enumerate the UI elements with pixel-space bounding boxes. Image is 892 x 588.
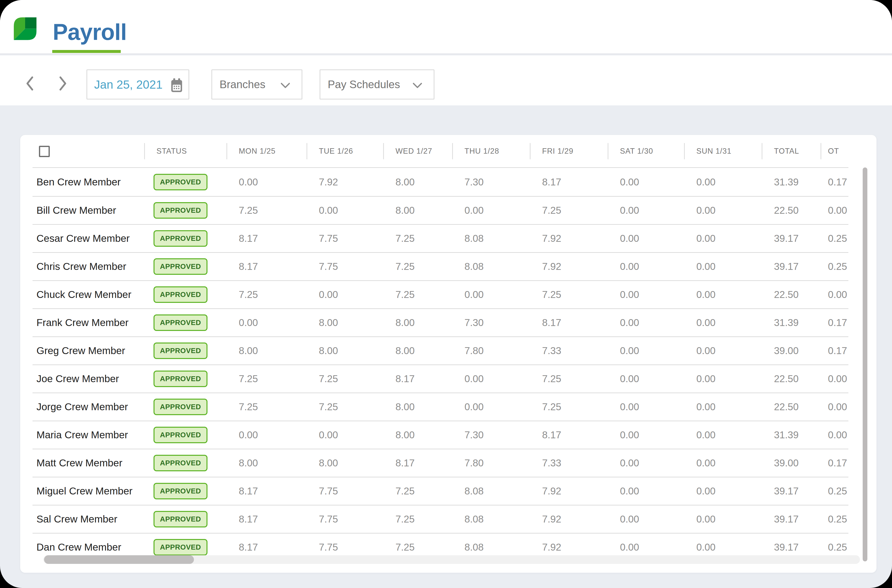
hours-cell: 0.00 bbox=[684, 317, 762, 328]
total-cell: 39.17 bbox=[762, 514, 821, 525]
branches-dropdown[interactable]: Branches bbox=[211, 69, 302, 99]
status-cell: APPROVED bbox=[144, 483, 226, 500]
ot-cell: 0.00 bbox=[821, 289, 848, 300]
hours-cell: 7.25 bbox=[383, 233, 452, 244]
hours-cell: 7.75 bbox=[307, 233, 383, 244]
table-row[interactable]: Chuck Crew MemberAPPROVED7.250.007.250.0… bbox=[33, 280, 848, 308]
column-header-sun-1-31[interactable]: SUN 1/31 bbox=[684, 135, 762, 167]
ot-cell: 0.17 bbox=[821, 317, 848, 328]
hours-cell: 8.17 bbox=[226, 542, 307, 553]
table-row[interactable]: Frank Crew MemberAPPROVED0.008.008.007.3… bbox=[33, 308, 848, 336]
hours-cell: 7.25 bbox=[383, 289, 452, 300]
hours-cell: 7.92 bbox=[530, 261, 608, 272]
hours-cell: 0.00 bbox=[452, 205, 530, 216]
status-badge[interactable]: APPROVED bbox=[153, 539, 208, 555]
column-header-sat-1-30[interactable]: SAT 1/30 bbox=[608, 135, 684, 167]
column-header-wed-1-27[interactable]: WED 1/27 bbox=[383, 135, 452, 167]
hours-cell: 0.00 bbox=[226, 177, 307, 188]
table-row[interactable]: Chris Crew MemberAPPROVED8.177.757.258.0… bbox=[33, 252, 848, 280]
toolbar: Jan 25, 2021 Branches Pay Schedules bbox=[0, 56, 892, 105]
hours-cell: 0.00 bbox=[608, 373, 684, 384]
status-badge[interactable]: APPROVED bbox=[153, 230, 208, 247]
date-input[interactable]: Jan 25, 2021 bbox=[86, 69, 189, 99]
hours-cell: 0.00 bbox=[452, 373, 530, 384]
ot-cell: 0.17 bbox=[821, 177, 848, 188]
status-badge[interactable]: APPROVED bbox=[153, 258, 208, 275]
status-cell: APPROVED bbox=[144, 230, 226, 247]
hours-cell: 8.08 bbox=[452, 261, 530, 272]
date-value: Jan 25, 2021 bbox=[94, 78, 162, 92]
total-cell: 39.17 bbox=[762, 486, 821, 496]
hours-cell: 7.25 bbox=[530, 373, 608, 384]
vertical-scrollbar-thumb[interactable] bbox=[863, 167, 867, 561]
hours-cell: 8.17 bbox=[530, 177, 608, 188]
ot-cell: 0.00 bbox=[821, 205, 848, 216]
hours-cell: 0.00 bbox=[684, 233, 762, 244]
column-header-fri-1-29[interactable]: FRI 1/29 bbox=[530, 135, 608, 167]
hours-cell: 7.33 bbox=[530, 458, 608, 469]
hours-cell: 8.00 bbox=[383, 429, 452, 441]
column-header-total[interactable]: TOTAL bbox=[762, 135, 821, 167]
ot-cell: 0.25 bbox=[821, 542, 848, 553]
total-cell: 22.50 bbox=[762, 401, 821, 412]
hours-cell: 0.00 bbox=[452, 289, 530, 300]
employee-name: Dan Crew Member bbox=[33, 542, 144, 553]
status-badge[interactable]: APPROVED bbox=[153, 399, 208, 415]
total-cell: 39.17 bbox=[762, 542, 821, 553]
column-header-mon-1-25[interactable]: MON 1/25 bbox=[226, 135, 307, 167]
column-header-thu-1-28[interactable]: THU 1/28 bbox=[452, 135, 530, 167]
hours-cell: 0.00 bbox=[608, 458, 684, 469]
ot-cell: 0.17 bbox=[821, 458, 848, 469]
hours-cell: 8.00 bbox=[383, 205, 452, 216]
status-badge[interactable]: APPROVED bbox=[153, 370, 208, 387]
hours-cell: 0.00 bbox=[608, 317, 684, 328]
status-badge[interactable]: APPROVED bbox=[153, 342, 208, 359]
status-badge[interactable]: APPROVED bbox=[153, 427, 208, 443]
hours-cell: 8.17 bbox=[530, 317, 608, 328]
status-cell: APPROVED bbox=[144, 258, 226, 275]
status-badge[interactable]: APPROVED bbox=[153, 286, 208, 303]
table-row[interactable]: Maria Crew MemberAPPROVED0.000.008.007.3… bbox=[33, 421, 848, 448]
pay-schedules-dropdown[interactable]: Pay Schedules bbox=[320, 69, 435, 99]
status-badge[interactable]: APPROVED bbox=[153, 511, 208, 527]
chevron-right-icon[interactable] bbox=[57, 76, 67, 91]
tab-payroll[interactable]: Payroll bbox=[53, 19, 127, 45]
table-row[interactable]: Joe Crew MemberAPPROVED7.257.258.170.007… bbox=[33, 364, 848, 393]
table-row[interactable]: Cesar Crew MemberAPPROVED8.177.757.258.0… bbox=[33, 224, 848, 252]
column-header-tue-1-26[interactable]: TUE 1/26 bbox=[307, 135, 383, 167]
hours-cell: 0.00 bbox=[684, 486, 762, 496]
hours-cell: 0.00 bbox=[608, 177, 684, 188]
table-row[interactable]: Sal Crew MemberAPPROVED8.177.757.258.087… bbox=[33, 505, 848, 533]
status-badge[interactable]: APPROVED bbox=[153, 314, 208, 331]
status-badge[interactable]: APPROVED bbox=[153, 483, 208, 500]
hours-cell: 0.00 bbox=[608, 289, 684, 300]
hours-cell: 7.25 bbox=[530, 205, 608, 216]
ot-cell: 0.00 bbox=[821, 401, 848, 412]
employee-name: Ben Crew Member bbox=[33, 176, 144, 188]
horizontal-scrollbar-thumb[interactable] bbox=[44, 555, 194, 564]
column-header-status[interactable]: STATUS bbox=[144, 135, 226, 167]
status-badge[interactable]: APPROVED bbox=[153, 174, 208, 190]
hours-cell: 8.00 bbox=[226, 345, 307, 356]
table-row[interactable]: Bill Crew MemberAPPROVED7.250.008.000.00… bbox=[33, 196, 848, 224]
table-row[interactable]: Greg Crew MemberAPPROVED8.008.008.007.80… bbox=[33, 336, 848, 364]
hours-cell: 0.00 bbox=[684, 514, 762, 525]
calendar-icon[interactable] bbox=[171, 78, 182, 92]
employee-name: Matt Crew Member bbox=[33, 457, 144, 469]
hours-cell: 0.00 bbox=[684, 401, 762, 412]
hours-cell: 8.00 bbox=[383, 345, 452, 356]
chevron-left-icon[interactable] bbox=[26, 76, 35, 91]
hours-cell: 7.25 bbox=[383, 542, 452, 553]
hours-cell: 0.00 bbox=[608, 542, 684, 553]
table-row[interactable]: Miguel Crew MemberAPPROVED8.177.757.258.… bbox=[33, 477, 848, 505]
table-row[interactable]: Ben Crew MemberAPPROVED0.007.928.007.308… bbox=[33, 168, 848, 196]
hours-cell: 0.00 bbox=[608, 345, 684, 356]
hours-cell: 7.80 bbox=[452, 345, 530, 356]
column-header-ot[interactable]: OT bbox=[821, 135, 848, 167]
ot-cell: 0.25 bbox=[821, 261, 848, 272]
status-badge[interactable]: APPROVED bbox=[153, 202, 208, 219]
select-all-checkbox[interactable] bbox=[39, 146, 50, 157]
table-row[interactable]: Matt Crew MemberAPPROVED8.008.008.177.80… bbox=[33, 448, 848, 477]
status-badge[interactable]: APPROVED bbox=[153, 455, 208, 471]
table-row[interactable]: Jorge Crew MemberAPPROVED7.257.258.000.0… bbox=[33, 393, 848, 421]
